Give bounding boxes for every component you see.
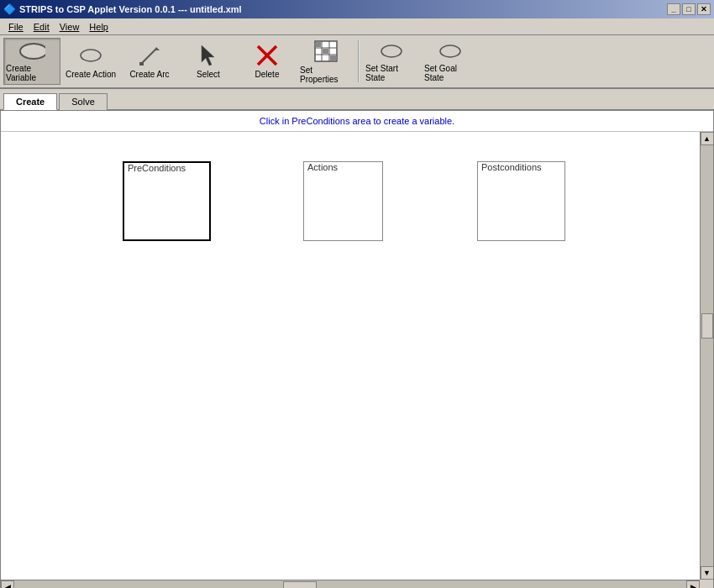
svg-rect-14: [323, 49, 328, 54]
canvas-wrapper[interactable]: PreConditions Actions Postconditions ▲ ▼…: [1, 132, 713, 588]
scroll-right-button[interactable]: ▶: [686, 580, 700, 589]
set-properties-button[interactable]: Set Properties: [297, 38, 354, 85]
svg-point-16: [381, 45, 402, 57]
postconditions-label: Postconditions: [478, 160, 545, 174]
preconditions-label: PreConditions: [124, 161, 189, 175]
create-action-label: Create Action: [66, 70, 116, 79]
create-action-icon: [77, 44, 104, 67]
tabs-bar: Create Solve: [0, 89, 714, 110]
svg-rect-13: [316, 42, 321, 47]
set-goal-state-button[interactable]: Set Goal State: [422, 38, 479, 85]
create-arc-icon: [136, 44, 163, 67]
create-action-button[interactable]: Create Action: [62, 38, 119, 85]
actions-box[interactable]: Actions: [303, 161, 383, 241]
title-bar-text: 🔷 STRIPS to CSP Applet Version 0.0.1 ---…: [3, 3, 242, 15]
menu-view[interactable]: View: [55, 19, 85, 34]
title-bar-label: STRIPS to CSP Applet Version 0.0.1 --- u…: [19, 4, 242, 14]
x-mark: [255, 44, 279, 67]
scroll-track-vertical[interactable]: [701, 145, 714, 566]
scroll-down-button[interactable]: ▼: [701, 566, 714, 580]
tab-solve[interactable]: Solve: [59, 93, 108, 110]
scroll-up-button[interactable]: ▲: [701, 132, 714, 145]
close-button[interactable]: ✕: [697, 3, 711, 15]
goal-state-oval: [438, 44, 462, 59]
action-oval: [79, 48, 102, 63]
title-bar-controls: _ □ ✕: [667, 3, 711, 15]
menu-help[interactable]: Help: [84, 19, 113, 34]
set-goal-state-label: Set Goal State: [424, 64, 476, 82]
properties-grid: [313, 39, 339, 63]
preconditions-box[interactable]: PreConditions: [123, 161, 211, 241]
toolbar: Create Variable Create Action Create Arc…: [0, 35, 714, 89]
info-message: Click in PreConditions area to create a …: [260, 116, 454, 126]
svg-rect-15: [330, 55, 336, 60]
delete-button[interactable]: Delete: [239, 38, 296, 85]
scroll-thumb-horizontal[interactable]: [283, 581, 317, 589]
title-bar: 🔷 STRIPS to CSP Applet Version 0.0.1 ---…: [0, 0, 714, 18]
set-start-state-icon: [378, 40, 405, 61]
horizontal-scrollbar[interactable]: ◀ ▶: [1, 580, 700, 588]
toolbar-separator: [358, 40, 360, 82]
minimize-button[interactable]: _: [667, 3, 680, 15]
svg-point-0: [20, 44, 45, 59]
create-variable-button[interactable]: Create Variable: [3, 38, 60, 85]
scroll-track-horizontal[interactable]: [14, 580, 686, 589]
variable-oval: [18, 42, 45, 60]
svg-point-1: [81, 50, 101, 61]
menu-edit[interactable]: Edit: [29, 19, 55, 34]
tab-create[interactable]: Create: [3, 93, 57, 110]
scroll-left-button[interactable]: ◀: [1, 580, 14, 589]
svg-line-2: [141, 49, 156, 64]
maximize-button[interactable]: □: [682, 3, 696, 15]
start-state-oval: [380, 44, 403, 59]
canvas-area[interactable]: PreConditions Actions Postconditions: [1, 132, 700, 580]
select-label: Select: [197, 70, 220, 79]
menu-bar: File Edit View Help: [0, 18, 714, 35]
set-properties-label: Set Properties: [300, 66, 352, 84]
svg-marker-5: [202, 45, 214, 66]
menu-file[interactable]: File: [3, 19, 29, 34]
set-goal-state-icon: [437, 40, 464, 61]
delete-label: Delete: [255, 70, 280, 79]
arrow-cursor: [199, 44, 218, 67]
vertical-scrollbar[interactable]: ▲ ▼: [700, 132, 713, 580]
create-variable-label: Create Variable: [6, 64, 58, 82]
create-arc-label: Create Arc: [129, 70, 169, 79]
set-start-state-label: Set Start State: [365, 64, 417, 82]
main-content: Click in PreConditions area to create a …: [0, 110, 714, 588]
arc-pencil: [138, 44, 161, 67]
svg-rect-4: [139, 62, 144, 66]
actions-label: Actions: [304, 160, 341, 174]
postconditions-box[interactable]: Postconditions: [477, 161, 565, 241]
delete-icon: [254, 44, 281, 67]
scroll-corner: [700, 580, 713, 588]
set-start-state-button[interactable]: Set Start State: [363, 38, 420, 85]
app-icon: 🔷: [3, 3, 16, 15]
create-arc-button[interactable]: Create Arc: [121, 38, 178, 85]
select-icon: [195, 44, 222, 67]
set-properties-icon: [312, 39, 339, 63]
select-button[interactable]: Select: [180, 38, 237, 85]
svg-point-17: [440, 45, 460, 57]
info-bar: Click in PreConditions area to create a …: [1, 111, 713, 132]
scroll-thumb-vertical[interactable]: [701, 313, 713, 339]
create-variable-icon: [18, 40, 45, 61]
